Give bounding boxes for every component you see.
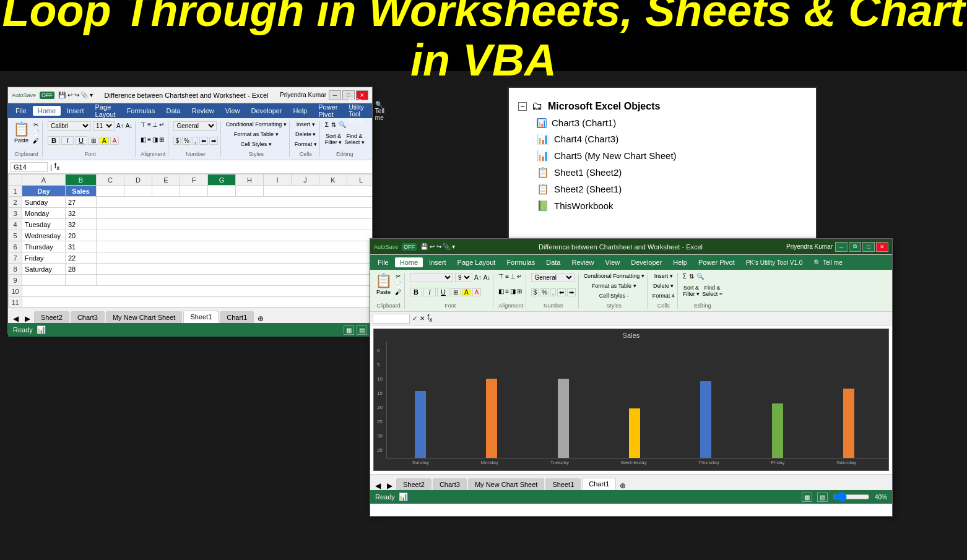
add-sheet-btn-2[interactable]: ⊕ xyxy=(617,481,628,490)
tab-chart1-2[interactable]: Chart1 xyxy=(582,478,616,490)
cell-E1[interactable] xyxy=(152,186,180,197)
find-btn-2[interactable]: 🔍 xyxy=(696,273,704,280)
cut-btn-1[interactable]: ✂ xyxy=(32,121,40,128)
formula-input-1[interactable] xyxy=(62,163,370,171)
cell-A4[interactable]: Tuesday xyxy=(22,219,66,230)
fontcolor-btn-1[interactable]: A xyxy=(110,137,119,145)
normal-view-btn-1[interactable]: ▦ xyxy=(344,325,354,335)
cell-B7[interactable]: 22 xyxy=(66,252,97,264)
cell-B1[interactable]: Sales xyxy=(66,186,97,197)
menu-home-1[interactable]: Home xyxy=(33,106,61,116)
cell-A3[interactable]: Monday xyxy=(22,208,66,219)
tab-chart3-2[interactable]: Chart3 xyxy=(433,478,467,490)
underline-btn-1[interactable]: U xyxy=(75,136,87,145)
menu-pktool-2[interactable]: PK's Utility Tool V1.0 xyxy=(741,258,808,267)
paste-btn-1[interactable]: 📋 Paste xyxy=(13,121,30,144)
bold-btn-1[interactable]: B xyxy=(48,136,60,145)
number-format-1[interactable]: General xyxy=(173,121,217,131)
sum-btn-1[interactable]: Σ xyxy=(325,121,329,128)
find-btn-1[interactable]: 🔍 xyxy=(339,121,346,128)
merge-cells-1[interactable]: ⊞ xyxy=(159,136,164,143)
menu-help-2[interactable]: Help xyxy=(668,257,692,267)
cell-B2[interactable]: 27 xyxy=(66,197,97,208)
sum-btn-2[interactable]: Σ xyxy=(683,273,687,280)
tab-chart1-1[interactable]: Chart1 xyxy=(220,311,254,323)
vba-item-sheet2[interactable]: 📋 Sheet2 (Sheet1) xyxy=(537,181,807,197)
fx-btn-2[interactable]: fx xyxy=(427,313,432,323)
format-as-table-btn-2[interactable]: Format as Table ▾ xyxy=(584,283,644,289)
sort-filter-btn-1[interactable]: Sort &Filter ▾ xyxy=(325,133,342,145)
tab-sheet1-2[interactable]: Sheet1 xyxy=(545,478,581,490)
normal-view-btn-2[interactable]: ▦ xyxy=(802,493,812,502)
prev-tab-btn-1[interactable]: ◀ xyxy=(11,314,21,323)
highlight-btn-2[interactable]: A xyxy=(462,288,471,296)
layout-view-btn-1[interactable]: ▤ xyxy=(357,325,367,335)
font-increase-1[interactable]: A↑ xyxy=(116,123,124,129)
delete-cells-btn-2[interactable]: Delete ▾ xyxy=(653,283,675,289)
autosave-off-2[interactable]: OFF xyxy=(402,243,417,251)
menu-pagelayout-1[interactable]: Page Layout xyxy=(90,102,121,119)
formatpainter-btn-1[interactable]: 🖌 xyxy=(32,137,40,144)
name-box-1[interactable] xyxy=(11,162,48,172)
font-increase-2[interactable]: A↑ xyxy=(474,274,482,281)
name-box-2[interactable] xyxy=(373,314,410,324)
tell-me-1[interactable]: 🔍 Tell me xyxy=(370,100,389,123)
autosave-off-1[interactable]: OFF xyxy=(40,92,54,99)
align-left-1[interactable]: ◧ xyxy=(141,136,146,143)
menu-pagelayout-2[interactable]: Page Layout xyxy=(453,257,501,267)
percent-btn-2[interactable]: % xyxy=(540,288,549,296)
zoom-slider-2[interactable] xyxy=(833,492,870,502)
menu-powerpivot-2[interactable]: Power Pivot xyxy=(693,257,740,267)
col-H-header-1[interactable]: H xyxy=(236,174,264,186)
sort-btn-2[interactable]: ⇅ xyxy=(689,273,694,280)
sort-btn-1[interactable]: ⇅ xyxy=(331,121,336,128)
format-as-table-btn-1[interactable]: Format as Table ▾ xyxy=(226,131,287,137)
layout-view-btn-2[interactable]: ▤ xyxy=(817,493,828,502)
align-mid-1[interactable]: ≡ xyxy=(147,121,151,128)
tab-sheet2-1[interactable]: Sheet2 xyxy=(34,311,69,323)
cell-A7[interactable]: Friday xyxy=(22,252,66,264)
add-sheet-btn-1[interactable]: ⊕ xyxy=(255,314,266,323)
borders-btn-1[interactable]: ⊞ xyxy=(89,137,98,145)
cell-B9[interactable] xyxy=(66,275,97,286)
col-I-header-1[interactable]: I xyxy=(264,174,292,186)
menu-review-2[interactable]: Review xyxy=(566,257,599,267)
tab-sheet1-1[interactable]: Sheet1 xyxy=(183,311,219,323)
vba-item-thisworkbook[interactable]: 📗 ThisWorkbook xyxy=(537,197,807,214)
cell-B4[interactable]: 32 xyxy=(66,219,97,230)
menu-file-1[interactable]: File xyxy=(11,106,32,116)
font-size-2[interactable]: 9 xyxy=(455,273,472,282)
cut-btn-2[interactable]: ✂ xyxy=(394,273,402,280)
col-K-header-1[interactable]: K xyxy=(319,174,347,186)
underline-btn-2[interactable]: U xyxy=(437,288,449,296)
currency-btn-1[interactable]: $ xyxy=(173,137,181,145)
col-C-header-1[interactable]: C xyxy=(97,174,124,186)
menu-data-1[interactable]: Data xyxy=(161,106,185,116)
paste-btn-2[interactable]: 📋 Paste xyxy=(375,273,392,296)
next-tab-btn-2[interactable]: ▶ xyxy=(384,481,395,490)
insert-cells-btn-2[interactable]: Insert ▾ xyxy=(653,273,675,279)
vba-item-chart4[interactable]: 📊 Chart4 (Chart3) xyxy=(537,131,807,147)
cell-styles-btn-2[interactable]: Cell Styles - xyxy=(584,293,644,299)
menu-view-1[interactable]: View xyxy=(220,106,245,116)
tab-sheet2-2[interactable]: Sheet2 xyxy=(396,478,431,490)
copy-btn-1[interactable]: 📄 xyxy=(32,129,40,136)
cell-B3[interactable]: 32 xyxy=(66,208,97,219)
formatpainter-btn-2[interactable]: 🖌 xyxy=(394,289,402,296)
increase-decimal-2[interactable]: ➡ xyxy=(567,288,576,296)
comma-btn-2[interactable]: , xyxy=(550,288,556,296)
tell-me-2[interactable]: 🔍 Tell me xyxy=(809,258,847,267)
col-J-header-1[interactable]: J xyxy=(292,174,319,186)
cell-A6[interactable]: Thursday xyxy=(22,241,66,252)
cell-F1[interactable] xyxy=(180,186,208,197)
vba-item-chart3[interactable]: 📊 Chart3 (Chart1) xyxy=(537,115,807,131)
menu-help-1[interactable]: Help xyxy=(288,106,313,116)
decrease-decimal-1[interactable]: ⬅ xyxy=(199,137,208,145)
font-size-1[interactable]: 11 xyxy=(93,121,115,131)
menu-home-2[interactable]: Home xyxy=(395,257,423,267)
tab-mynewchartsheet-2[interactable]: My New Chart Sheet xyxy=(468,478,544,490)
vba-item-chart5[interactable]: 📊 Chart5 (My New Chart Sheet) xyxy=(537,147,807,164)
italic-btn-1[interactable]: I xyxy=(61,136,74,145)
find-select-btn-2[interactable]: Find &Select = xyxy=(702,285,722,297)
bold-btn-2[interactable]: B xyxy=(410,288,422,296)
